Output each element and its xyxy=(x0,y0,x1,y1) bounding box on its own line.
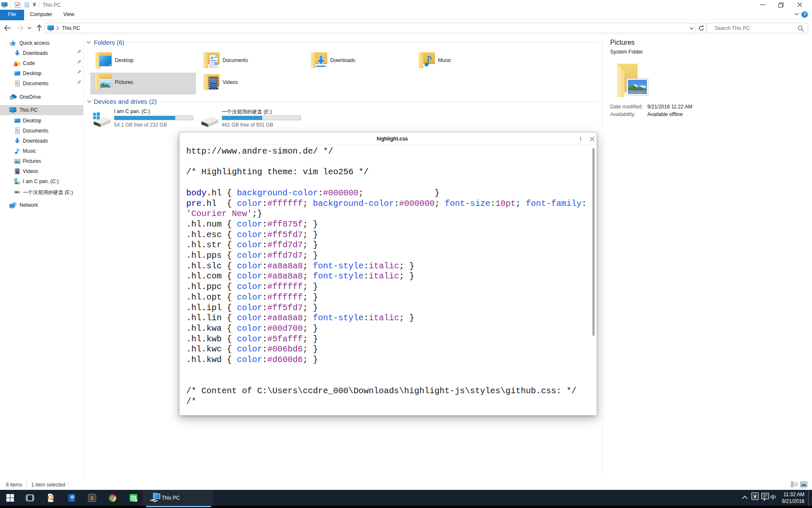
svg-text:S: S xyxy=(90,495,94,501)
svg-text:A: A xyxy=(210,55,213,60)
